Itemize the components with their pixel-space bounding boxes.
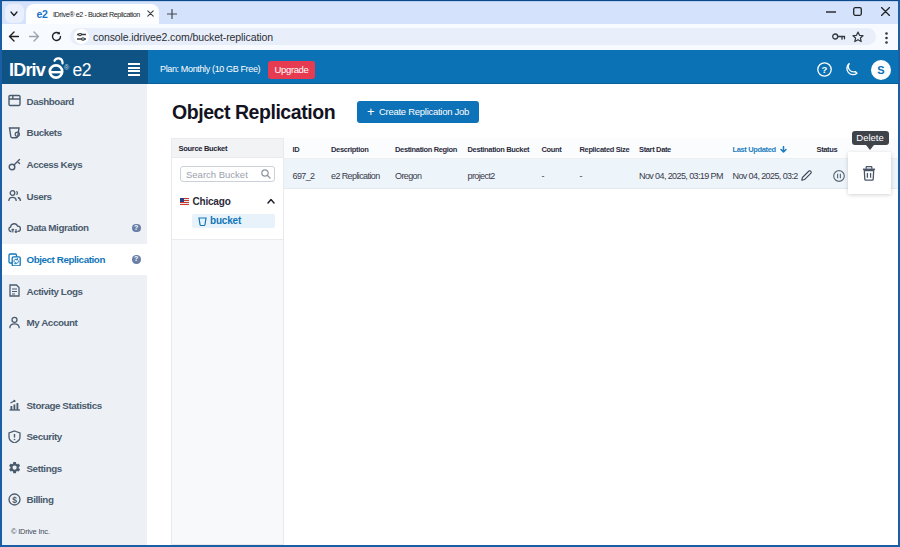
svg-text:$: $ xyxy=(12,494,17,504)
svg-text:?: ? xyxy=(822,64,828,75)
